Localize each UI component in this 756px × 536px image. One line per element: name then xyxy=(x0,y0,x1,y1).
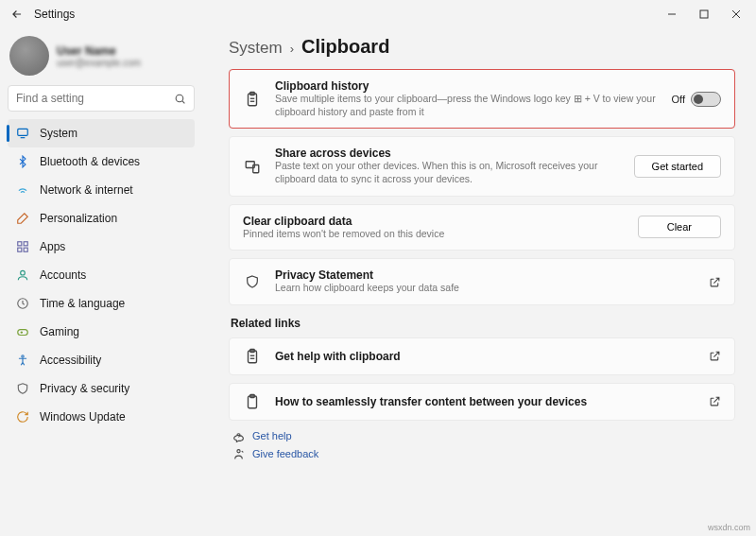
apps-icon xyxy=(15,239,30,254)
gaming-icon xyxy=(15,324,30,339)
breadcrumb-current: Clipboard xyxy=(301,36,389,58)
sidebar-item-label: Apps xyxy=(40,240,65,253)
card-title: Get help with clipboard xyxy=(275,350,696,363)
sidebar-item-label: Bluetooth & devices xyxy=(40,155,140,168)
user-block[interactable]: User Name user@example.com xyxy=(8,32,195,85)
sidebar-item-label: Privacy & security xyxy=(40,382,129,395)
search-icon xyxy=(174,93,186,105)
chevron-right-icon: › xyxy=(290,42,294,56)
svg-point-12 xyxy=(21,270,26,275)
update-icon xyxy=(15,409,30,424)
sidebar-item-time[interactable]: Time & language xyxy=(8,289,195,318)
window-title: Settings xyxy=(34,8,75,21)
sidebar-item-personalization[interactable]: Personalization xyxy=(8,204,195,233)
sidebar-item-privacy[interactable]: Privacy & security xyxy=(8,374,195,403)
card-desc: Learn how clipboard keeps your data safe xyxy=(275,282,696,295)
system-icon xyxy=(15,126,30,141)
get-started-button[interactable]: Get started xyxy=(634,155,721,178)
sidebar-item-network[interactable]: Network & internet xyxy=(8,176,195,204)
clipboard-icon xyxy=(243,91,262,108)
card-transfer-content[interactable]: How to seamlessly transfer content betwe… xyxy=(229,383,735,421)
shield-icon xyxy=(15,381,30,396)
bluetooth-icon xyxy=(15,154,30,169)
card-title: Share across devices xyxy=(275,147,621,160)
card-desc: Pinned items won't be removed on this de… xyxy=(243,228,625,241)
sidebar-item-bluetooth[interactable]: Bluetooth & devices xyxy=(8,147,195,176)
watermark: wsxdn.com xyxy=(708,523,750,532)
svg-rect-8 xyxy=(18,242,22,246)
card-title: How to seamlessly transfer content betwe… xyxy=(275,395,696,408)
svg-line-5 xyxy=(182,100,184,102)
maximize-button[interactable] xyxy=(688,1,720,27)
clear-button[interactable]: Clear xyxy=(638,216,721,238)
clipboard-icon xyxy=(243,348,262,365)
external-link-icon xyxy=(709,395,721,407)
svg-rect-1 xyxy=(700,10,708,18)
sidebar-item-label: Windows Update xyxy=(40,410,126,424)
svg-rect-10 xyxy=(18,248,22,251)
get-help-link[interactable]: Get help xyxy=(232,430,735,442)
user-email: user@example.com xyxy=(57,58,141,68)
related-links-heading: Related links xyxy=(231,317,735,330)
sidebar-item-label: System xyxy=(40,127,77,140)
card-desc: Paste text on your other devices. When t… xyxy=(275,160,621,185)
wifi-icon xyxy=(15,182,30,198)
sidebar-item-label: Time & language xyxy=(40,297,125,310)
svg-rect-9 xyxy=(24,242,27,246)
svg-rect-11 xyxy=(24,248,27,251)
external-link-icon xyxy=(709,276,721,288)
clipboard-empty-icon xyxy=(243,393,262,410)
sidebar-item-gaming[interactable]: Gaming xyxy=(8,318,195,346)
user-name: User Name xyxy=(57,44,141,58)
sidebar-item-label: Accessibility xyxy=(40,354,101,367)
feedback-icon xyxy=(232,448,245,460)
card-privacy-statement[interactable]: Privacy Statement Learn how clipboard ke… xyxy=(229,258,735,305)
sidebar-item-accessibility[interactable]: Accessibility xyxy=(8,346,195,374)
toggle-track xyxy=(691,92,721,107)
sidebar-item-update[interactable]: Windows Update xyxy=(8,403,195,431)
help-icon xyxy=(232,430,245,442)
avatar xyxy=(9,36,49,76)
card-clear-clipboard: Clear clipboard data Pinned items won't … xyxy=(229,204,735,251)
card-share-devices: Share across devices Paste text on your … xyxy=(229,136,735,196)
privacy-shield-icon xyxy=(243,274,262,289)
accessibility-icon xyxy=(15,353,30,368)
card-title: Clear clipboard data xyxy=(243,215,625,228)
card-title: Clipboard history xyxy=(275,79,659,93)
card-title: Privacy Statement xyxy=(275,268,696,282)
brush-icon xyxy=(15,211,30,226)
give-feedback-link[interactable]: Give feedback xyxy=(232,448,735,460)
breadcrumb-parent[interactable]: System xyxy=(229,39,283,58)
devices-icon xyxy=(243,158,262,175)
toggle-label: Off xyxy=(672,94,685,105)
sidebar-item-label: Gaming xyxy=(40,325,79,338)
sidebar-item-label: Network & internet xyxy=(40,183,133,197)
sidebar-item-label: Accounts xyxy=(40,268,86,282)
search-box[interactable] xyxy=(8,85,195,112)
sidebar-item-system[interactable]: System xyxy=(8,119,195,147)
search-input[interactable] xyxy=(16,92,174,105)
link-label: Give feedback xyxy=(252,448,318,459)
breadcrumb: System › Clipboard xyxy=(229,36,735,58)
svg-point-17 xyxy=(22,355,24,357)
history-toggle[interactable]: Off xyxy=(672,92,721,107)
sidebar-item-apps[interactable]: Apps xyxy=(8,233,195,261)
external-link-icon xyxy=(709,350,721,362)
svg-point-4 xyxy=(176,95,183,102)
link-label: Get help xyxy=(252,430,292,441)
close-button[interactable] xyxy=(720,1,752,27)
card-help-clipboard[interactable]: Get help with clipboard xyxy=(229,337,735,375)
back-button[interactable] xyxy=(4,1,30,27)
card-clipboard-history: Clipboard history Save multiple items to… xyxy=(229,69,735,129)
svg-rect-6 xyxy=(18,129,28,135)
user-icon xyxy=(15,268,30,283)
card-desc: Save multiple items to your clipboard—pr… xyxy=(275,93,659,118)
sidebar-item-label: Personalization xyxy=(40,212,117,225)
minimize-button[interactable] xyxy=(656,1,688,27)
svg-point-30 xyxy=(237,449,240,452)
sidebar-item-accounts[interactable]: Accounts xyxy=(8,261,195,289)
clock-icon xyxy=(15,296,30,311)
